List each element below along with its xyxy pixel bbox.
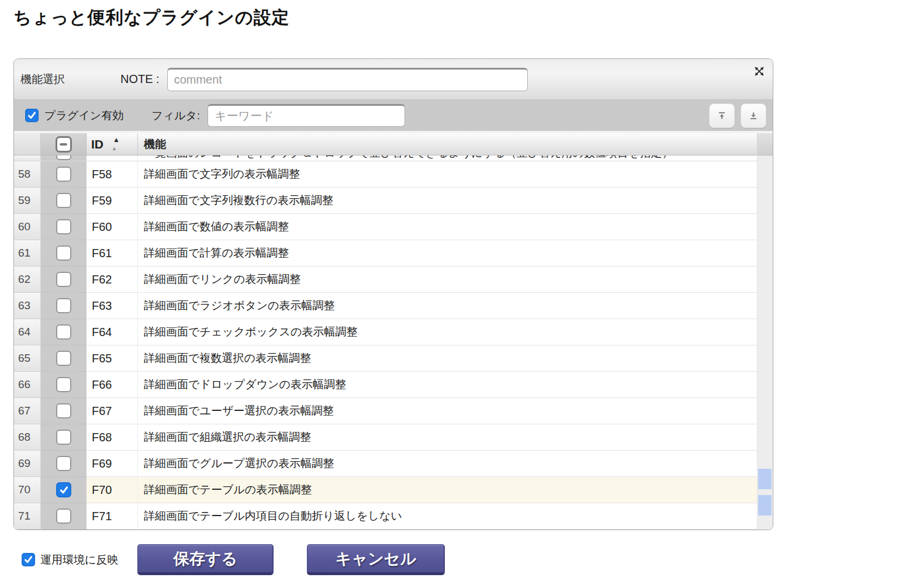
row-checkbox-cell — [41, 155, 87, 161]
cancel-button[interactable]: キャンセル — [307, 544, 445, 575]
table-row[interactable]: 64 F64 詳細画面でチェックボックスの表示幅調整 — [14, 319, 757, 345]
row-id: F68 — [87, 424, 138, 451]
row-function: 詳細画面でテーブル内項目の自動折り返しをしない — [138, 503, 757, 530]
row-checkbox[interactable] — [56, 193, 71, 208]
row-function: 詳細画面でユーザー選択の表示幅調整 — [138, 398, 757, 424]
row-number: 59 — [14, 188, 41, 214]
row-number: 63 — [14, 293, 41, 319]
row-checkbox[interactable] — [56, 167, 71, 182]
vertical-scrollbar[interactable] — [757, 155, 773, 530]
row-checkbox-cell — [41, 503, 87, 530]
sort-secondary-icon: ▲ — [112, 146, 117, 151]
scrollbar-thumb[interactable] — [758, 495, 772, 516]
row-id: F66 — [87, 372, 138, 398]
row-id: F67 — [87, 398, 138, 424]
row-number: 65 — [14, 345, 41, 372]
row-function: 詳細画面でドロップダウンの表示幅調整 — [138, 372, 757, 398]
page-title: ちょっと便利なプラグインの設定 — [13, 6, 290, 30]
row-id — [87, 155, 138, 161]
filter-label: フィルタ: — [151, 108, 200, 123]
table-row[interactable]: 65 F65 詳細画面で複数選択の表示幅調整 — [14, 345, 757, 372]
row-checkbox[interactable] — [56, 509, 71, 524]
plugin-enabled-checkbox[interactable] — [25, 109, 39, 122]
row-id: F59 — [87, 188, 138, 214]
expand-arrows-icon[interactable] — [753, 65, 765, 77]
save-button[interactable]: 保存する — [137, 544, 274, 575]
row-id: F69 — [87, 451, 138, 477]
column-header-id[interactable]: ID ▲ ▲ — [87, 133, 138, 155]
plugin-enabled-label: プラグイン有効 — [44, 108, 123, 123]
row-number: 62 — [14, 267, 41, 293]
row-checkbox-cell — [41, 188, 87, 214]
row-checkbox-cell — [41, 214, 87, 240]
row-checkbox[interactable] — [56, 430, 71, 445]
header-scrollbar-corner — [757, 133, 773, 155]
column-header-function[interactable]: 機能 — [138, 133, 757, 155]
row-checkbox-cell — [41, 424, 87, 451]
table-row[interactable]: 66 F66 詳細画面でドロップダウンの表示幅調整 — [14, 372, 757, 398]
row-checkbox[interactable] — [56, 219, 71, 234]
table-row[interactable]: 58 F58 詳細画面で文字列の表示幅調整 — [14, 161, 757, 188]
plugin-settings-panel: 機能選択 NOTE : プラグイン有効 フィルタ: — [13, 58, 773, 530]
row-function: 詳細画面で文字列複数行の表示幅調整 — [138, 188, 757, 214]
table-row[interactable]: 68 F68 詳細画面で組織選択の表示幅調整 — [14, 424, 757, 451]
scroll-to-bottom-button[interactable] — [741, 103, 766, 128]
row-id: F61 — [87, 240, 138, 267]
row-number: 71 — [14, 503, 41, 530]
row-checkbox-cell — [41, 319, 87, 345]
note-label: NOTE : — [120, 72, 160, 86]
filter-input[interactable] — [208, 104, 405, 127]
table-row[interactable]: 62 F62 詳細画面でリンクの表示幅調整 — [14, 267, 757, 293]
table-row[interactable]: 67 F67 詳細画面でユーザー選択の表示幅調整 — [14, 398, 757, 424]
row-checkbox[interactable] — [56, 377, 71, 392]
row-id: F65 — [87, 345, 138, 372]
row-number: 64 — [14, 319, 41, 345]
partial-table-row[interactable]: 一覧画面のレコードをドラッグ＆ドロップで並び替えできるようにする（並び替え用の数… — [14, 155, 757, 161]
row-function: 詳細画面でラジオボタンの表示幅調整 — [138, 293, 757, 319]
row-checkbox[interactable] — [56, 403, 71, 418]
row-function: 詳細画面で数値の表示幅調整 — [138, 214, 757, 240]
row-checkbox[interactable] — [56, 351, 71, 366]
row-checkbox[interactable] — [56, 272, 71, 287]
footer-actions: 運用環境に反映 保存する キャンセル — [13, 544, 445, 575]
table-row[interactable]: 61 F61 詳細画面で計算の表示幅調整 — [14, 240, 757, 267]
section-label: 機能選択 — [20, 72, 65, 87]
row-checkbox-cell — [41, 451, 87, 477]
row-checkbox[interactable] — [56, 482, 71, 497]
row-function: 一覧画面のレコードをドラッグ＆ドロップで並び替えできるようにする（並び替え用の数… — [138, 155, 757, 161]
row-function: 詳細画面で組織選択の表示幅調整 — [138, 424, 757, 451]
note-input[interactable] — [167, 68, 528, 91]
select-all-checkbox[interactable] — [56, 136, 72, 153]
table-row[interactable]: 59 F59 詳細画面で文字列複数行の表示幅調整 — [14, 188, 757, 214]
row-checkbox-cell — [41, 372, 87, 398]
row-checkbox-cell — [41, 240, 87, 267]
table-row[interactable]: 70 F70 詳細画面でテーブルの表示幅調整 — [14, 477, 757, 503]
row-id: F60 — [87, 214, 138, 240]
scroll-to-top-button[interactable] — [709, 103, 735, 128]
table-row[interactable]: 63 F63 詳細画面でラジオボタンの表示幅調整 — [14, 293, 757, 319]
table-row[interactable]: 71 F71 詳細画面でテーブル内項目の自動折り返しをしない — [14, 503, 757, 530]
arrow-up-to-line-icon — [717, 111, 727, 120]
row-checkbox-cell — [41, 345, 87, 372]
row-checkbox-cell — [41, 398, 87, 424]
row-number — [14, 155, 41, 161]
row-number: 60 — [14, 214, 41, 240]
row-function: 詳細画面で計算の表示幅調整 — [138, 240, 757, 267]
indeterminate-dash-icon — [60, 143, 67, 146]
row-checkbox[interactable] — [56, 298, 71, 313]
row-checkbox[interactable] — [56, 245, 71, 261]
table-row[interactable]: 69 F69 詳細画面でグループ選択の表示幅調整 — [14, 451, 757, 477]
filter-bar: プラグイン有効 フィルタ: — [14, 100, 773, 131]
apply-to-production-checkbox[interactable] — [22, 553, 35, 566]
row-checkbox[interactable] — [56, 456, 71, 471]
row-number: 58 — [14, 161, 41, 188]
scrollbar-thumb[interactable] — [758, 469, 772, 489]
row-id: F58 — [87, 161, 138, 188]
table-row[interactable]: 60 F60 詳細画面で数値の表示幅調整 — [14, 214, 757, 240]
scroll-shortcut-buttons — [703, 103, 766, 128]
grid-header: ID ▲ ▲ 機能 — [14, 133, 773, 155]
row-checkbox[interactable] — [56, 324, 71, 340]
row-number-column-header — [14, 133, 41, 155]
grid-body: 一覧画面のレコードをドラッグ＆ドロップで並び替えできるようにする（並び替え用の数… — [14, 155, 773, 530]
sort-asc-icon: ▲ — [113, 136, 120, 144]
